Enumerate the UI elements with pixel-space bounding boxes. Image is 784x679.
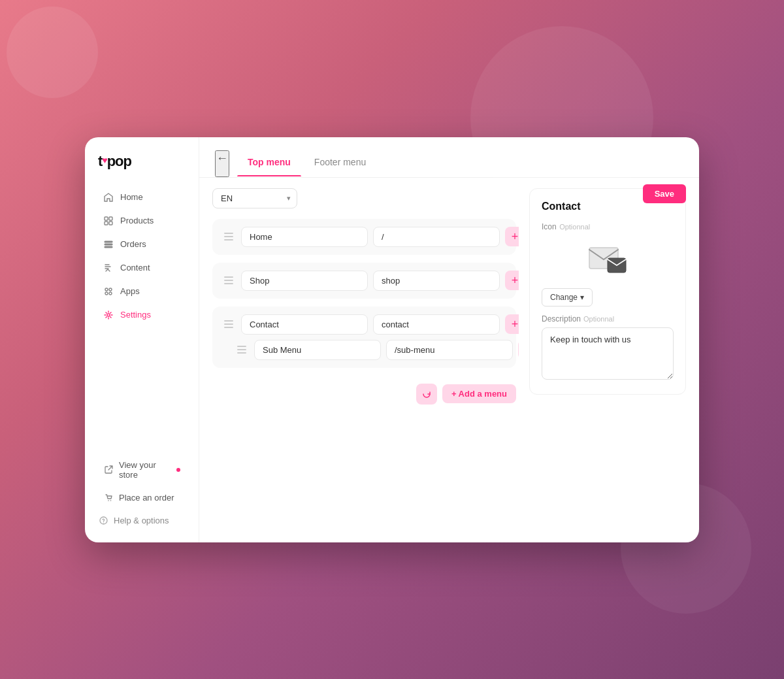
help-icon xyxy=(98,516,108,526)
home-icon xyxy=(103,192,114,203)
sidebar-item-apps[interactable]: Apps xyxy=(90,280,193,303)
external-link-icon xyxy=(103,465,114,475)
svg-point-15 xyxy=(103,522,103,523)
change-arrow-icon: ▾ xyxy=(580,293,584,302)
content-area: ← Top menu Footer menu Save EN FR DE ES xyxy=(199,137,699,542)
view-store-link[interactable]: View your store xyxy=(90,454,193,486)
back-button[interactable]: ← xyxy=(215,150,229,177)
svg-rect-4 xyxy=(105,241,112,242)
svg-point-11 xyxy=(107,314,110,316)
add-sub-shop-button[interactable]: + xyxy=(505,271,519,290)
language-select-wrap: EN FR DE ES ▾ xyxy=(212,188,297,208)
svg-point-12 xyxy=(108,500,109,501)
help-options-label: Help & options xyxy=(114,516,169,525)
add-menu-button[interactable]: + Add a menu xyxy=(442,384,516,403)
apps-icon xyxy=(103,286,114,297)
menu-name-home[interactable] xyxy=(241,227,368,247)
menu-panel: EN FR DE ES ▾ + xyxy=(212,188,519,532)
menu-name-shop[interactable] xyxy=(241,271,368,291)
svg-point-13 xyxy=(110,500,111,501)
tab-footer-menu[interactable]: Footer menu xyxy=(304,150,376,176)
view-store-label: View your store xyxy=(119,460,171,480)
menu-row-contact: + xyxy=(221,314,507,335)
sidebar: t♥pop Home Products xyxy=(85,137,199,542)
sidebar-item-home[interactable]: Home xyxy=(90,186,193,208)
icon-label-wrap: Icon Optionnal xyxy=(542,220,674,232)
sidebar-item-content-label: Content xyxy=(120,263,150,273)
add-menu-label: + Add a menu xyxy=(451,389,507,399)
drag-handle-shop[interactable] xyxy=(221,274,236,287)
svg-rect-1 xyxy=(109,217,112,220)
drag-handle-home[interactable] xyxy=(221,230,236,243)
refresh-button[interactable] xyxy=(416,384,437,405)
menu-path-home[interactable] xyxy=(373,227,500,247)
tabs: Top menu Footer menu xyxy=(237,150,376,176)
icon-label: Icon xyxy=(542,222,557,231)
content-body: Save EN FR DE ES ▾ xyxy=(199,178,699,542)
sidebar-item-products-label: Products xyxy=(120,216,154,225)
icon-section: Icon Optionnal xyxy=(542,220,674,280)
svg-rect-0 xyxy=(105,217,108,220)
svg-rect-6 xyxy=(105,246,112,248)
sidebar-item-apps-label: Apps xyxy=(120,286,140,296)
description-section: Description Optionnal Keep in touch with… xyxy=(542,314,674,382)
sidebar-item-products[interactable]: Products xyxy=(90,210,193,232)
logo-heart: ♥ xyxy=(102,155,106,165)
mail-icon xyxy=(588,242,627,275)
change-label: Change xyxy=(550,293,578,302)
tab-top-menu[interactable]: Top menu xyxy=(237,150,301,176)
description-optional-label: Optionnal xyxy=(583,315,614,323)
svg-rect-5 xyxy=(105,244,112,245)
menu-row-shop: + xyxy=(221,271,507,291)
svg-point-9 xyxy=(105,292,108,295)
icon-optional-label: Optionnal xyxy=(559,223,590,231)
language-select[interactable]: EN FR DE ES xyxy=(212,188,297,208)
main-card: t♥pop Home Products xyxy=(85,137,699,542)
sidebar-item-settings[interactable]: Settings xyxy=(90,304,193,326)
drag-handle-contact[interactable] xyxy=(221,318,236,331)
sidebar-item-home-label: Home xyxy=(120,192,143,202)
place-order-label: Place an order xyxy=(119,493,174,503)
change-button[interactable]: Change ▾ xyxy=(542,288,593,306)
menu-path-submenu[interactable] xyxy=(386,340,513,360)
sidebar-item-orders-label: Orders xyxy=(120,239,146,249)
menu-row-home: + xyxy=(221,227,507,247)
menu-path-shop[interactable] xyxy=(373,271,500,291)
logo: t♥pop xyxy=(85,153,199,186)
menu-item-shop: + xyxy=(212,263,516,299)
place-order-icon xyxy=(103,493,114,503)
add-sub-contact-button[interactable]: + xyxy=(505,314,519,334)
svg-rect-2 xyxy=(105,222,108,225)
sub-menu-row: + xyxy=(221,340,507,360)
view-store-dot xyxy=(176,468,180,472)
content-icon xyxy=(103,263,114,273)
save-button[interactable]: Save xyxy=(643,184,686,203)
menu-path-contact[interactable] xyxy=(373,314,500,335)
place-order-link[interactable]: Place an order xyxy=(90,487,193,509)
svg-point-10 xyxy=(109,292,112,295)
contact-panel: Contact Icon Optionnal xyxy=(529,188,686,395)
sidebar-item-settings-label: Settings xyxy=(120,310,151,320)
svg-point-7 xyxy=(105,288,108,291)
menu-name-submenu[interactable] xyxy=(254,340,381,360)
drag-handle-submenu[interactable] xyxy=(235,343,249,356)
menu-item-home: + xyxy=(212,219,516,255)
svg-point-8 xyxy=(109,288,112,291)
add-sub-home-button[interactable]: + xyxy=(505,227,519,246)
sidebar-item-orders[interactable]: Orders xyxy=(90,233,193,256)
settings-icon xyxy=(103,310,114,320)
svg-rect-3 xyxy=(109,222,112,225)
help-options-link[interactable]: Help & options xyxy=(85,510,199,532)
orders-icon xyxy=(103,239,114,250)
products-icon xyxy=(103,216,114,226)
description-label: Description xyxy=(542,314,581,323)
logo-op: pop xyxy=(107,153,131,169)
menu-name-contact[interactable] xyxy=(241,314,368,335)
sidebar-item-content[interactable]: Content xyxy=(90,257,193,279)
add-sub-submenu-button[interactable]: + xyxy=(518,340,519,359)
icon-preview xyxy=(542,232,674,280)
bottom-actions: + Add a menu xyxy=(212,378,516,410)
description-textarea[interactable]: Keep in touch with us xyxy=(542,327,674,380)
menu-item-contact: + + xyxy=(212,306,516,368)
